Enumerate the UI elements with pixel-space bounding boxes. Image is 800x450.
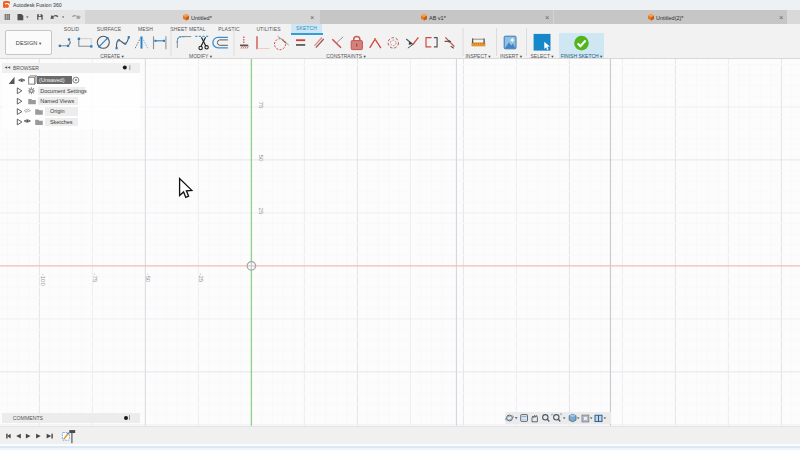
svg-text:25: 25: [258, 208, 265, 215]
svg-text:-75: -75: [92, 273, 99, 283]
svg-text:50: 50: [258, 155, 265, 162]
svg-text:75: 75: [258, 102, 265, 109]
svg-text:-50: -50: [145, 273, 152, 283]
svg-text:-25: -25: [198, 273, 205, 283]
svg-text:-100: -100: [40, 274, 47, 287]
